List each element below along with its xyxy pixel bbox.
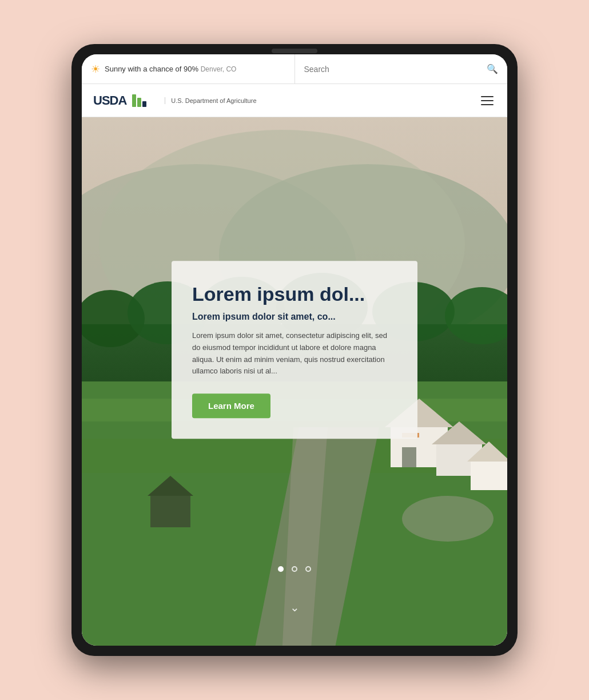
weather-text: Sunny with a chance of 90% Denver, CO <box>105 65 236 73</box>
search-input[interactable] <box>304 65 487 74</box>
top-bar: ☀ Sunny with a chance of 90% Denver, CO … <box>82 54 507 84</box>
carousel-dots <box>278 566 311 572</box>
hero-section: Lorem ipsum dol... Lorem ipsum dolor sit… <box>82 117 507 646</box>
logo-bars-icon <box>132 94 157 107</box>
search-icon[interactable]: 🔍 <box>487 63 498 74</box>
nav-bar: USDA U.S. Department of Agriculture <box>82 84 507 117</box>
sun-icon: ☀ <box>91 63 100 75</box>
logo-bar-1 <box>132 94 136 107</box>
hero-title: Lorem ipsum dol... <box>192 284 397 305</box>
weather-section: ☀ Sunny with a chance of 90% Denver, CO <box>82 63 294 75</box>
svg-rect-21 <box>471 462 507 490</box>
logo-bar-2 <box>137 98 141 107</box>
carousel-dot-2[interactable] <box>292 566 297 572</box>
hero-subtitle: Lorem ipsum dolor sit amet, co... <box>192 312 397 322</box>
learn-more-button[interactable]: Learn More <box>192 393 270 418</box>
tablet-frame: ☀ Sunny with a chance of 90% Denver, CO … <box>71 44 518 656</box>
logo-subtitle: U.S. Department of Agriculture <box>165 97 256 104</box>
carousel-dot-3[interactable] <box>305 566 311 572</box>
search-section[interactable]: 🔍 <box>294 54 508 83</box>
weather-description: Sunny with a chance of 90% <box>105 65 198 73</box>
svg-rect-24 <box>150 496 190 527</box>
svg-point-26 <box>402 496 494 542</box>
svg-rect-18 <box>402 447 416 467</box>
hamburger-menu[interactable] <box>479 94 496 108</box>
hero-card: Lorem ipsum dol... Lorem ipsum dolor sit… <box>172 261 417 439</box>
usda-logo-text: USDA <box>93 93 126 108</box>
weather-location: Denver, CO <box>201 65 237 73</box>
logo-area: USDA U.S. Department of Agriculture <box>93 93 257 108</box>
scroll-down-icon[interactable]: ⌄ <box>290 600 300 614</box>
carousel-dot-1[interactable] <box>278 566 284 572</box>
tablet-screen: ☀ Sunny with a chance of 90% Denver, CO … <box>82 54 507 646</box>
logo-bar-3 <box>142 101 146 107</box>
hero-body: Lorem ipsum dolor sit amet, consectetur … <box>192 330 397 377</box>
